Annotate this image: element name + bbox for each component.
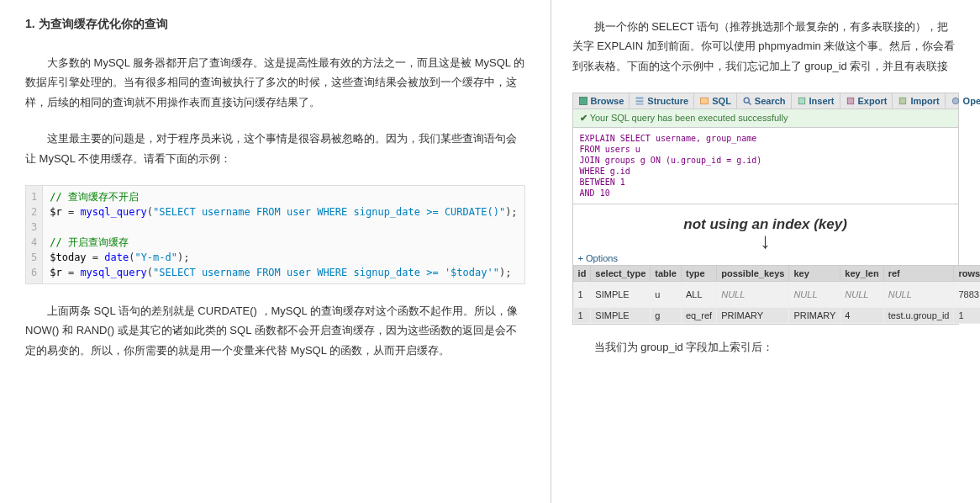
code-block: 123456 // 查询缓存不开启 $r = mysql_query("SELE… — [25, 185, 525, 284]
svg-point-10 — [952, 98, 959, 104]
code-body: // 查询缓存不开启 $r = mysql_query("SELECT user… — [43, 186, 524, 283]
gear-icon — [951, 96, 961, 106]
tab-structure[interactable]: Structure — [630, 93, 694, 109]
search-icon — [742, 96, 752, 106]
col-ref: ref — [883, 265, 954, 281]
svg-rect-8 — [847, 98, 854, 104]
page-right: 挑一个你的 SELECT 语句（推荐挑选那个最复杂的，有多表联接的），把关字 E… — [551, 0, 980, 503]
svg-rect-3 — [636, 103, 644, 105]
tab-import[interactable]: Import — [893, 93, 945, 109]
svg-rect-1 — [636, 98, 644, 99]
col-select-type: select_type — [591, 265, 651, 281]
svg-point-5 — [744, 98, 749, 103]
tab-operations[interactable]: Operations — [946, 93, 980, 109]
col-id: id — [573, 265, 591, 281]
tab-bar: Browse Structure SQL Search Insert Expor… — [573, 93, 958, 109]
table-row: 1SIMPLEuALLNULLNULLNULLNULL7883Using whe… — [573, 281, 980, 307]
svg-rect-4 — [701, 98, 709, 104]
para-3: 上面两条 SQL 语句的差别就是 CURDATE() ，MySQL 的查询缓存对… — [25, 301, 525, 360]
heading-1: 1. 为查询缓存优化你的查询 — [25, 17, 525, 32]
tab-search[interactable]: Search — [737, 93, 792, 109]
para-r1: 挑一个你的 SELECT 语句（推荐挑选那个最复杂的，有多表联接的），把关字 E… — [572, 17, 959, 76]
col-key-len: key_len — [840, 265, 883, 281]
success-message: Your SQL query has been executed success… — [573, 109, 958, 128]
tab-insert[interactable]: Insert — [792, 93, 840, 109]
para-1: 大多数的 MySQL 服务器都开启了查询缓存。这是提高性最有效的方法之一，而且这… — [25, 53, 525, 112]
col-rows: rows — [954, 265, 980, 281]
structure-icon — [635, 96, 645, 106]
insert-icon — [797, 96, 807, 106]
arrow-down-icon: ↓ — [573, 235, 958, 252]
col-possible-keys: possible_keys — [717, 265, 789, 281]
svg-line-6 — [748, 103, 751, 105]
explain-table: id select_type table type possible_keys … — [573, 265, 980, 324]
para-2: 这里最主要的问题是，对于程序员来说，这个事情是很容易被忽略的。因为，我们某些查询… — [25, 129, 525, 168]
tab-export[interactable]: Export — [840, 93, 893, 109]
phpmyadmin-panel: Browse Structure SQL Search Insert Expor… — [572, 93, 959, 325]
svg-rect-7 — [798, 98, 805, 104]
export-icon — [846, 96, 856, 106]
page-left: 1. 为查询缓存优化你的查询 大多数的 MySQL 服务器都开启了查询缓存。这是… — [0, 0, 551, 503]
col-key: key — [789, 265, 840, 281]
sql-query: EXPLAIN SELECT username, group_name FROM… — [573, 128, 958, 204]
code-gutter: 123456 — [26, 186, 43, 283]
browse-icon — [578, 96, 588, 106]
svg-rect-2 — [636, 100, 644, 102]
para-r2: 当我们为 group_id 字段加上索引后： — [572, 337, 959, 357]
col-type: type — [681, 265, 716, 281]
options-link[interactable]: + Options — [573, 252, 958, 265]
col-table: table — [651, 265, 682, 281]
table-row: 1SIMPLEgeq_refPRIMARYPRIMARY4test.u.grou… — [573, 307, 980, 323]
import-icon — [898, 96, 908, 106]
svg-rect-0 — [579, 98, 587, 105]
tab-sql[interactable]: SQL — [694, 93, 737, 109]
svg-rect-9 — [900, 98, 907, 104]
sql-icon — [699, 96, 709, 106]
tab-browse[interactable]: Browse — [573, 93, 630, 109]
